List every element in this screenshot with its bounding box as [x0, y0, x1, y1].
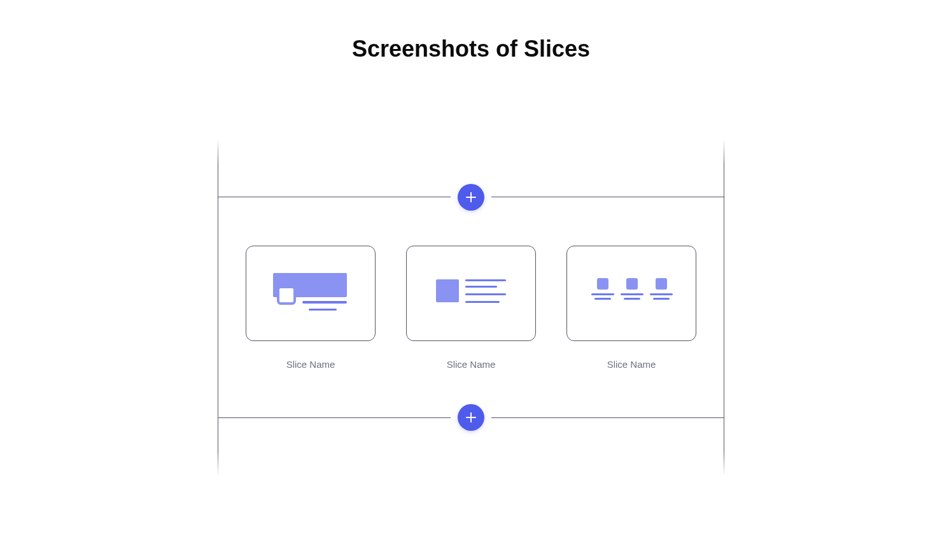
mock-line [465, 279, 506, 281]
slice-label: Slice Name [286, 359, 335, 370]
mock-line [309, 309, 337, 311]
mock-col [590, 278, 615, 302]
page-title: Screenshots of Slices [352, 36, 590, 62]
mock-line [302, 301, 347, 304]
slice-label: Slice Name [447, 359, 496, 370]
plus-icon [465, 412, 477, 423]
slice-item: Slice Name [246, 246, 376, 370]
slices-row: Slice Name Slice Name [218, 197, 724, 417]
slice-card[interactable] [246, 246, 376, 341]
slice-item: Slice Name [566, 246, 696, 370]
slice-label: Slice Name [607, 359, 656, 370]
add-slice-bottom-button[interactable] [458, 404, 484, 431]
slice-card[interactable] [406, 246, 536, 341]
mock-avatar [277, 286, 296, 305]
mock-line [465, 301, 500, 303]
slices-diagram: Slice Name Slice Name [218, 139, 724, 476]
mock-line [465, 286, 497, 288]
plus-icon [465, 192, 477, 203]
mock-col [649, 278, 674, 302]
add-slice-top-button[interactable] [458, 184, 484, 211]
slice-item: Slice Name [406, 246, 536, 370]
slice-card[interactable] [566, 246, 696, 341]
mock-image [436, 279, 459, 302]
mock-col [619, 278, 645, 302]
mock-line [465, 293, 506, 295]
